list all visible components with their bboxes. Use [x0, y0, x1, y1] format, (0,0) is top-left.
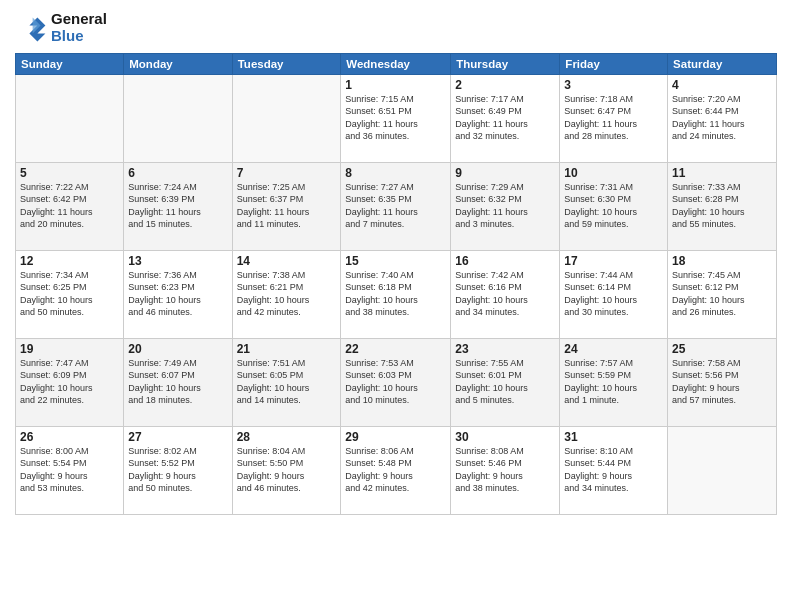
day-number: 18	[672, 254, 772, 268]
day-info: Sunrise: 7:51 AM Sunset: 6:05 PM Dayligh…	[237, 357, 337, 407]
calendar-table: SundayMondayTuesdayWednesdayThursdayFrid…	[15, 53, 777, 515]
calendar-cell: 17Sunrise: 7:44 AM Sunset: 6:14 PM Dayli…	[560, 250, 668, 338]
day-info: Sunrise: 7:47 AM Sunset: 6:09 PM Dayligh…	[20, 357, 119, 407]
weekday-header: Thursday	[451, 53, 560, 74]
day-info: Sunrise: 7:31 AM Sunset: 6:30 PM Dayligh…	[564, 181, 663, 231]
calendar-week-row: 5Sunrise: 7:22 AM Sunset: 6:42 PM Daylig…	[16, 162, 777, 250]
calendar-cell: 7Sunrise: 7:25 AM Sunset: 6:37 PM Daylig…	[232, 162, 341, 250]
day-info: Sunrise: 7:20 AM Sunset: 6:44 PM Dayligh…	[672, 93, 772, 143]
calendar-week-row: 26Sunrise: 8:00 AM Sunset: 5:54 PM Dayli…	[16, 426, 777, 514]
day-number: 31	[564, 430, 663, 444]
calendar-cell: 9Sunrise: 7:29 AM Sunset: 6:32 PM Daylig…	[451, 162, 560, 250]
day-info: Sunrise: 7:24 AM Sunset: 6:39 PM Dayligh…	[128, 181, 227, 231]
day-info: Sunrise: 8:02 AM Sunset: 5:52 PM Dayligh…	[128, 445, 227, 495]
day-info: Sunrise: 7:17 AM Sunset: 6:49 PM Dayligh…	[455, 93, 555, 143]
header: General Blue	[15, 10, 777, 45]
day-number: 7	[237, 166, 337, 180]
calendar-cell: 1Sunrise: 7:15 AM Sunset: 6:51 PM Daylig…	[341, 74, 451, 162]
day-info: Sunrise: 7:36 AM Sunset: 6:23 PM Dayligh…	[128, 269, 227, 319]
weekday-header: Tuesday	[232, 53, 341, 74]
calendar-cell	[232, 74, 341, 162]
day-number: 20	[128, 342, 227, 356]
day-info: Sunrise: 8:04 AM Sunset: 5:50 PM Dayligh…	[237, 445, 337, 495]
calendar-cell	[16, 74, 124, 162]
day-info: Sunrise: 7:33 AM Sunset: 6:28 PM Dayligh…	[672, 181, 772, 231]
calendar-cell: 5Sunrise: 7:22 AM Sunset: 6:42 PM Daylig…	[16, 162, 124, 250]
calendar-cell	[668, 426, 777, 514]
day-info: Sunrise: 7:34 AM Sunset: 6:25 PM Dayligh…	[20, 269, 119, 319]
day-number: 17	[564, 254, 663, 268]
calendar-cell: 13Sunrise: 7:36 AM Sunset: 6:23 PM Dayli…	[124, 250, 232, 338]
day-number: 23	[455, 342, 555, 356]
weekday-header: Saturday	[668, 53, 777, 74]
calendar-week-row: 12Sunrise: 7:34 AM Sunset: 6:25 PM Dayli…	[16, 250, 777, 338]
day-number: 14	[237, 254, 337, 268]
day-number: 8	[345, 166, 446, 180]
calendar-cell: 25Sunrise: 7:58 AM Sunset: 5:56 PM Dayli…	[668, 338, 777, 426]
day-info: Sunrise: 7:42 AM Sunset: 6:16 PM Dayligh…	[455, 269, 555, 319]
day-number: 5	[20, 166, 119, 180]
day-number: 25	[672, 342, 772, 356]
day-number: 15	[345, 254, 446, 268]
day-info: Sunrise: 8:10 AM Sunset: 5:44 PM Dayligh…	[564, 445, 663, 495]
day-number: 10	[564, 166, 663, 180]
day-info: Sunrise: 8:08 AM Sunset: 5:46 PM Dayligh…	[455, 445, 555, 495]
weekday-header: Wednesday	[341, 53, 451, 74]
calendar-cell: 21Sunrise: 7:51 AM Sunset: 6:05 PM Dayli…	[232, 338, 341, 426]
day-info: Sunrise: 7:25 AM Sunset: 6:37 PM Dayligh…	[237, 181, 337, 231]
calendar-cell: 2Sunrise: 7:17 AM Sunset: 6:49 PM Daylig…	[451, 74, 560, 162]
day-number: 6	[128, 166, 227, 180]
calendar-cell: 12Sunrise: 7:34 AM Sunset: 6:25 PM Dayli…	[16, 250, 124, 338]
day-number: 21	[237, 342, 337, 356]
calendar-week-row: 1Sunrise: 7:15 AM Sunset: 6:51 PM Daylig…	[16, 74, 777, 162]
day-info: Sunrise: 7:44 AM Sunset: 6:14 PM Dayligh…	[564, 269, 663, 319]
calendar-cell: 10Sunrise: 7:31 AM Sunset: 6:30 PM Dayli…	[560, 162, 668, 250]
calendar-cell: 20Sunrise: 7:49 AM Sunset: 6:07 PM Dayli…	[124, 338, 232, 426]
day-number: 28	[237, 430, 337, 444]
weekday-header-row: SundayMondayTuesdayWednesdayThursdayFrid…	[16, 53, 777, 74]
day-info: Sunrise: 7:57 AM Sunset: 5:59 PM Dayligh…	[564, 357, 663, 407]
svg-marker-0	[29, 18, 45, 42]
day-number: 30	[455, 430, 555, 444]
day-number: 11	[672, 166, 772, 180]
day-number: 24	[564, 342, 663, 356]
day-number: 1	[345, 78, 446, 92]
logo-text: General Blue	[51, 10, 107, 45]
calendar-cell: 26Sunrise: 8:00 AM Sunset: 5:54 PM Dayli…	[16, 426, 124, 514]
day-info: Sunrise: 7:29 AM Sunset: 6:32 PM Dayligh…	[455, 181, 555, 231]
day-number: 9	[455, 166, 555, 180]
day-number: 3	[564, 78, 663, 92]
day-info: Sunrise: 7:55 AM Sunset: 6:01 PM Dayligh…	[455, 357, 555, 407]
day-number: 27	[128, 430, 227, 444]
day-info: Sunrise: 7:49 AM Sunset: 6:07 PM Dayligh…	[128, 357, 227, 407]
calendar-cell: 24Sunrise: 7:57 AM Sunset: 5:59 PM Dayli…	[560, 338, 668, 426]
calendar-cell: 6Sunrise: 7:24 AM Sunset: 6:39 PM Daylig…	[124, 162, 232, 250]
logo: General Blue	[15, 10, 107, 45]
page: General Blue SundayMondayTuesdayWednesda…	[0, 0, 792, 612]
day-number: 4	[672, 78, 772, 92]
calendar-cell: 3Sunrise: 7:18 AM Sunset: 6:47 PM Daylig…	[560, 74, 668, 162]
day-info: Sunrise: 8:06 AM Sunset: 5:48 PM Dayligh…	[345, 445, 446, 495]
day-number: 16	[455, 254, 555, 268]
calendar-cell: 11Sunrise: 7:33 AM Sunset: 6:28 PM Dayli…	[668, 162, 777, 250]
calendar-cell: 22Sunrise: 7:53 AM Sunset: 6:03 PM Dayli…	[341, 338, 451, 426]
calendar-cell: 28Sunrise: 8:04 AM Sunset: 5:50 PM Dayli…	[232, 426, 341, 514]
day-number: 22	[345, 342, 446, 356]
day-info: Sunrise: 7:18 AM Sunset: 6:47 PM Dayligh…	[564, 93, 663, 143]
day-info: Sunrise: 7:22 AM Sunset: 6:42 PM Dayligh…	[20, 181, 119, 231]
calendar-cell: 27Sunrise: 8:02 AM Sunset: 5:52 PM Dayli…	[124, 426, 232, 514]
calendar-cell	[124, 74, 232, 162]
calendar-cell: 19Sunrise: 7:47 AM Sunset: 6:09 PM Dayli…	[16, 338, 124, 426]
calendar-cell: 18Sunrise: 7:45 AM Sunset: 6:12 PM Dayli…	[668, 250, 777, 338]
calendar-cell: 14Sunrise: 7:38 AM Sunset: 6:21 PM Dayli…	[232, 250, 341, 338]
logo-icon	[15, 11, 47, 43]
calendar-cell: 29Sunrise: 8:06 AM Sunset: 5:48 PM Dayli…	[341, 426, 451, 514]
day-info: Sunrise: 7:38 AM Sunset: 6:21 PM Dayligh…	[237, 269, 337, 319]
day-number: 26	[20, 430, 119, 444]
day-info: Sunrise: 7:45 AM Sunset: 6:12 PM Dayligh…	[672, 269, 772, 319]
day-number: 12	[20, 254, 119, 268]
day-number: 19	[20, 342, 119, 356]
calendar-week-row: 19Sunrise: 7:47 AM Sunset: 6:09 PM Dayli…	[16, 338, 777, 426]
weekday-header: Monday	[124, 53, 232, 74]
calendar-cell: 8Sunrise: 7:27 AM Sunset: 6:35 PM Daylig…	[341, 162, 451, 250]
